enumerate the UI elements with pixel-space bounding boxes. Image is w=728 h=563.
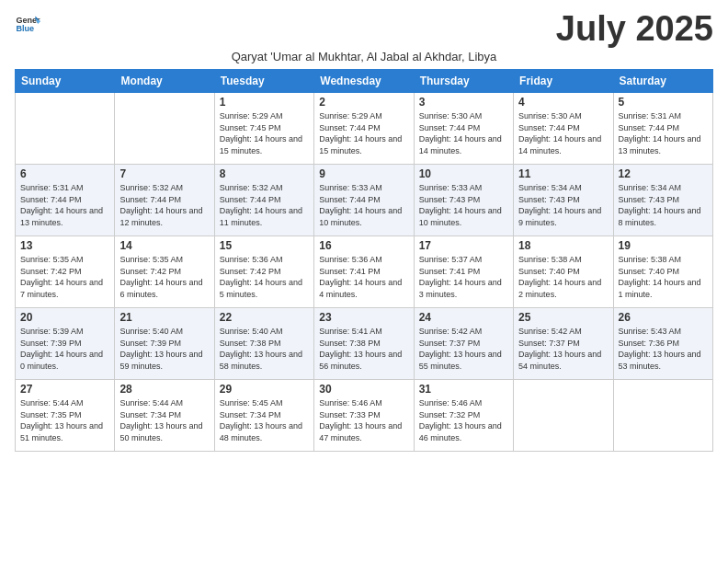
day-info: Sunrise: 5:41 AM Sunset: 7:38 PM Dayligh… (319, 326, 408, 372)
calendar-cell (115, 93, 214, 165)
day-number: 31 (419, 383, 508, 396)
day-info: Sunrise: 5:42 AM Sunset: 7:37 PM Dayligh… (419, 326, 508, 372)
header-saturday: Saturday (613, 70, 712, 93)
day-info: Sunrise: 5:33 AM Sunset: 7:44 PM Dayligh… (319, 182, 408, 228)
day-number: 2 (319, 96, 408, 109)
calendar-cell: 31Sunrise: 5:46 AM Sunset: 7:32 PM Dayli… (414, 380, 513, 452)
calendar-week-0: 1Sunrise: 5:29 AM Sunset: 7:45 PM Daylig… (16, 93, 713, 165)
day-number: 7 (119, 167, 209, 180)
calendar-cell (514, 380, 613, 452)
day-info: Sunrise: 5:40 AM Sunset: 7:39 PM Dayligh… (119, 326, 209, 372)
day-info: Sunrise: 5:34 AM Sunset: 7:43 PM Dayligh… (619, 182, 708, 228)
day-number: 16 (319, 239, 408, 252)
day-number: 3 (419, 96, 508, 109)
day-info: Sunrise: 5:46 AM Sunset: 7:33 PM Dayligh… (319, 397, 408, 443)
day-info: Sunrise: 5:32 AM Sunset: 7:44 PM Dayligh… (119, 182, 209, 228)
day-number: 11 (518, 167, 608, 180)
day-number: 6 (20, 167, 109, 180)
calendar-cell: 8Sunrise: 5:32 AM Sunset: 7:44 PM Daylig… (214, 165, 313, 236)
day-info: Sunrise: 5:44 AM Sunset: 7:35 PM Dayligh… (20, 397, 109, 443)
calendar-cell (16, 93, 115, 165)
day-number: 19 (619, 239, 708, 252)
day-number: 14 (119, 239, 209, 252)
calendar-cell: 9Sunrise: 5:33 AM Sunset: 7:44 PM Daylig… (314, 165, 414, 236)
header-sunday: Sunday (16, 70, 115, 93)
header-wednesday: Wednesday (314, 70, 414, 93)
day-info: Sunrise: 5:45 AM Sunset: 7:34 PM Dayligh… (220, 397, 309, 443)
calendar-cell: 1Sunrise: 5:29 AM Sunset: 7:45 PM Daylig… (214, 93, 313, 165)
day-info: Sunrise: 5:31 AM Sunset: 7:44 PM Dayligh… (20, 182, 109, 228)
calendar-cell: 28Sunrise: 5:44 AM Sunset: 7:34 PM Dayli… (115, 380, 214, 452)
day-number: 21 (119, 311, 209, 324)
day-info: Sunrise: 5:32 AM Sunset: 7:44 PM Dayligh… (220, 182, 309, 228)
header-friday: Friday (514, 70, 613, 93)
day-number: 9 (319, 167, 408, 180)
calendar-week-3: 20Sunrise: 5:39 AM Sunset: 7:39 PM Dayli… (16, 308, 713, 380)
calendar-cell: 24Sunrise: 5:42 AM Sunset: 7:37 PM Dayli… (414, 308, 513, 380)
subtitle: Qaryat 'Umar al Mukhtar, Al Jabal al Akh… (15, 50, 713, 63)
day-info: Sunrise: 5:29 AM Sunset: 7:45 PM Dayligh… (220, 110, 309, 156)
header-top: General Blue July 2025 (15, 11, 713, 46)
day-number: 28 (119, 383, 209, 396)
calendar-table: Sunday Monday Tuesday Wednesday Thursday… (15, 69, 713, 452)
calendar-cell: 13Sunrise: 5:35 AM Sunset: 7:42 PM Dayli… (16, 236, 115, 308)
calendar-cell: 14Sunrise: 5:35 AM Sunset: 7:42 PM Dayli… (115, 236, 214, 308)
calendar-cell: 3Sunrise: 5:30 AM Sunset: 7:44 PM Daylig… (414, 93, 513, 165)
calendar-cell: 5Sunrise: 5:31 AM Sunset: 7:44 PM Daylig… (613, 93, 712, 165)
day-number: 12 (619, 167, 708, 180)
day-number: 18 (518, 239, 608, 252)
calendar-cell: 11Sunrise: 5:34 AM Sunset: 7:43 PM Dayli… (514, 165, 613, 236)
calendar-cell: 6Sunrise: 5:31 AM Sunset: 7:44 PM Daylig… (16, 165, 115, 236)
calendar-week-4: 27Sunrise: 5:44 AM Sunset: 7:35 PM Dayli… (16, 380, 713, 452)
calendar-cell: 20Sunrise: 5:39 AM Sunset: 7:39 PM Dayli… (16, 308, 115, 380)
calendar-cell: 17Sunrise: 5:37 AM Sunset: 7:41 PM Dayli… (414, 236, 513, 308)
day-number: 22 (220, 311, 309, 324)
calendar-cell: 15Sunrise: 5:36 AM Sunset: 7:42 PM Dayli… (214, 236, 313, 308)
calendar-cell: 29Sunrise: 5:45 AM Sunset: 7:34 PM Dayli… (214, 380, 313, 452)
day-number: 26 (619, 311, 708, 324)
svg-text:Blue: Blue (16, 24, 34, 33)
day-number: 25 (518, 311, 608, 324)
calendar-cell: 26Sunrise: 5:43 AM Sunset: 7:36 PM Dayli… (613, 308, 712, 380)
day-number: 23 (319, 311, 408, 324)
calendar-cell: 19Sunrise: 5:38 AM Sunset: 7:40 PM Dayli… (613, 236, 712, 308)
calendar-cell: 21Sunrise: 5:40 AM Sunset: 7:39 PM Dayli… (115, 308, 214, 380)
calendar-cell: 23Sunrise: 5:41 AM Sunset: 7:38 PM Dayli… (314, 308, 414, 380)
day-info: Sunrise: 5:34 AM Sunset: 7:43 PM Dayligh… (518, 182, 608, 228)
calendar-cell: 30Sunrise: 5:46 AM Sunset: 7:33 PM Dayli… (314, 380, 414, 452)
day-info: Sunrise: 5:29 AM Sunset: 7:44 PM Dayligh… (319, 110, 408, 156)
day-info: Sunrise: 5:42 AM Sunset: 7:37 PM Dayligh… (518, 326, 608, 372)
day-number: 29 (220, 383, 309, 396)
header-tuesday: Tuesday (214, 70, 313, 93)
logo-icon: General Blue (15, 11, 40, 37)
day-number: 5 (619, 96, 708, 109)
month-title: July 2025 (556, 11, 713, 46)
calendar-week-1: 6Sunrise: 5:31 AM Sunset: 7:44 PM Daylig… (16, 165, 713, 236)
day-number: 8 (220, 167, 309, 180)
day-info: Sunrise: 5:40 AM Sunset: 7:38 PM Dayligh… (220, 326, 309, 372)
day-number: 30 (319, 383, 408, 396)
day-number: 10 (419, 167, 508, 180)
calendar-cell: 27Sunrise: 5:44 AM Sunset: 7:35 PM Dayli… (16, 380, 115, 452)
day-number: 17 (419, 239, 508, 252)
day-info: Sunrise: 5:33 AM Sunset: 7:43 PM Dayligh… (419, 182, 508, 228)
day-number: 4 (518, 96, 608, 109)
calendar-cell: 10Sunrise: 5:33 AM Sunset: 7:43 PM Dayli… (414, 165, 513, 236)
calendar-cell: 7Sunrise: 5:32 AM Sunset: 7:44 PM Daylig… (115, 165, 214, 236)
calendar-week-2: 13Sunrise: 5:35 AM Sunset: 7:42 PM Dayli… (16, 236, 713, 308)
day-info: Sunrise: 5:31 AM Sunset: 7:44 PM Dayligh… (619, 110, 708, 156)
calendar-cell (613, 380, 712, 452)
day-info: Sunrise: 5:30 AM Sunset: 7:44 PM Dayligh… (419, 110, 508, 156)
page: General Blue July 2025 Qaryat 'Umar al M… (0, 0, 728, 461)
day-info: Sunrise: 5:35 AM Sunset: 7:42 PM Dayligh… (20, 254, 109, 300)
calendar-cell: 18Sunrise: 5:38 AM Sunset: 7:40 PM Dayli… (514, 236, 613, 308)
day-info: Sunrise: 5:38 AM Sunset: 7:40 PM Dayligh… (619, 254, 708, 300)
calendar-cell: 2Sunrise: 5:29 AM Sunset: 7:44 PM Daylig… (314, 93, 414, 165)
header-thursday: Thursday (414, 70, 513, 93)
day-info: Sunrise: 5:37 AM Sunset: 7:41 PM Dayligh… (419, 254, 508, 300)
day-info: Sunrise: 5:36 AM Sunset: 7:42 PM Dayligh… (220, 254, 309, 300)
calendar-cell: 12Sunrise: 5:34 AM Sunset: 7:43 PM Dayli… (613, 165, 712, 236)
day-info: Sunrise: 5:46 AM Sunset: 7:32 PM Dayligh… (419, 397, 508, 443)
day-info: Sunrise: 5:39 AM Sunset: 7:39 PM Dayligh… (20, 326, 109, 372)
day-info: Sunrise: 5:43 AM Sunset: 7:36 PM Dayligh… (619, 326, 708, 372)
